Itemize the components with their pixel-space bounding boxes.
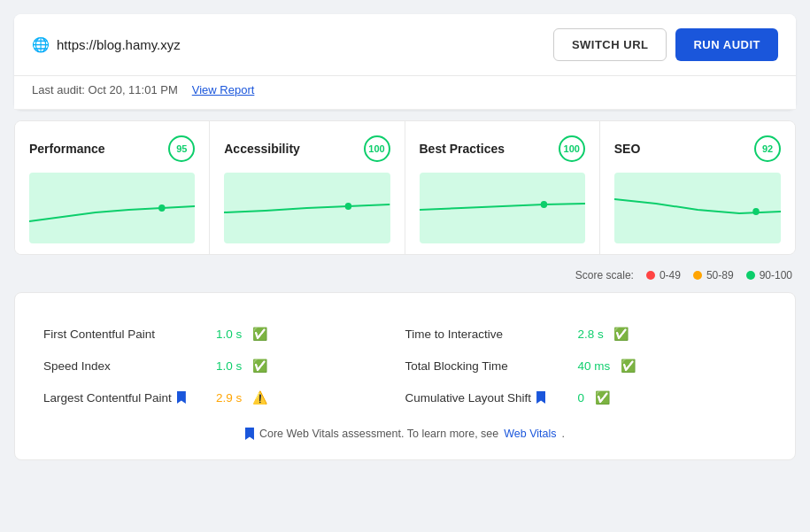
scale-range-orange: 50-89 [706,269,734,281]
score-label-best-practices: Best Practices [420,142,505,156]
scale-item-red: 0-49 [646,269,681,281]
dot-orange [693,271,702,280]
lcp-orange-icon: ⚠️ [252,390,267,405]
svg-point-0 [158,204,165,212]
scale-item-green: 90-100 [746,269,792,281]
scale-item-orange: 50-89 [693,269,734,281]
cwv-bookmark-icon [245,428,254,440]
score-scale: Score scale: 0-49 50-89 90-100 [14,266,796,289]
tti-check-icon: ✅ [613,327,629,341]
chart-performance [29,173,195,243]
score-badge-performance: 95 [168,135,195,162]
metric-si-name: Speed Index [43,359,216,373]
metric-tti: Time to Interactive 2.8 s ✅ [405,318,768,350]
score-badge-accessibility: 100 [364,135,390,162]
svg-point-2 [540,201,546,208]
metric-tbt-name: Total Blocking Time [405,359,578,373]
dot-green [746,271,755,280]
score-header-performance: Performance 95 [29,135,195,162]
url-section: 🌐 https://blog.hamy.xyz [32,36,181,53]
dot-red [646,271,655,280]
subheader: Last audit: Oct 20, 11:01 PM View Report [14,76,796,110]
svg-point-3 [752,208,760,215]
score-header-accessibility: Accessibility 100 [224,135,390,162]
metric-tti-name: Time to Interactive [405,328,578,341]
chart-accessibility [224,173,390,243]
switch-url-button[interactable]: SWITCH URL [553,28,667,61]
view-report-link[interactable]: View Report [192,83,255,96]
metric-cls-value: 0 ✅ [578,390,640,405]
si-check-icon: ✅ [252,359,267,373]
tbt-check-icon: ✅ [621,359,636,373]
metric-si: Speed Index 1.0 s ✅ [43,350,405,382]
web-vitals-link[interactable]: Web Vitals [504,428,556,440]
metric-cls: Cumulative Layout Shift 0 ✅ [405,382,768,413]
metric-fcp-value: 1.0 s ✅ [216,327,278,341]
metrics-right: Time to Interactive 2.8 s ✅ Total Blocki… [405,318,768,413]
metric-tbt: Total Blocking Time 40 ms ✅ [405,350,768,382]
header-buttons: SWITCH URL RUN AUDIT [553,28,778,61]
score-card-seo: SEO 92 [600,121,795,254]
globe-icon: 🌐 [32,36,50,53]
score-label-accessibility: Accessibility [224,142,300,156]
score-card-performance: Performance 95 [15,121,210,254]
metric-fcp: First Contentful Paint 1.0 s ✅ [43,318,405,350]
url-display: https://blog.hamy.xyz [57,37,181,52]
scores-grid: Performance 95 Accessibility 100 Best Pr… [14,120,796,255]
metrics-left: First Contentful Paint 1.0 s ✅ Speed Ind… [43,318,405,413]
scale-range-green: 90-100 [760,269,792,281]
svg-point-1 [345,203,351,210]
chart-seo [614,173,781,243]
header: 🌐 https://blog.hamy.xyz SWITCH URL RUN A… [14,14,796,76]
chart-best-practices [420,173,585,243]
metric-cls-name: Cumulative Layout Shift [405,391,578,405]
score-badge-seo: 92 [754,135,781,162]
fcp-check-icon: ✅ [252,327,267,341]
score-badge-best-practices: 100 [559,135,585,162]
cls-bookmark-icon [536,391,545,404]
metric-fcp-name: First Contentful Paint [43,328,216,341]
metric-si-value: 1.0 s ✅ [216,359,278,373]
cwv-note-text: Core Web Vitals assessment. To learn mor… [259,428,498,440]
metric-tbt-value: 40 ms ✅ [578,359,640,373]
scale-range-red: 0-49 [660,269,681,281]
metrics-grid: First Contentful Paint 1.0 s ✅ Speed Ind… [43,318,767,413]
score-label-performance: Performance [29,142,105,156]
run-audit-button[interactable]: RUN AUDIT [675,28,778,61]
score-scale-label: Score scale: [575,269,634,281]
metrics-card: First Contentful Paint 1.0 s ✅ Speed Ind… [14,292,796,460]
score-label-seo: SEO [614,142,641,156]
last-audit-text: Last audit: Oct 20, 11:01 PM [32,83,178,96]
lcp-bookmark-icon [177,391,186,404]
score-card-accessibility: Accessibility 100 [210,121,405,254]
score-card-best-practices: Best Practices 100 [405,121,600,254]
metric-lcp-value: 2.9 s ⚠️ [216,390,278,405]
metric-lcp-name: Largest Contentful Paint [43,391,216,405]
metric-tti-value: 2.8 s ✅ [578,327,640,341]
cls-check-icon: ✅ [595,390,610,405]
score-header-best-practices: Best Practices 100 [420,135,585,162]
metric-lcp: Largest Contentful Paint 2.9 s ⚠️ [43,382,405,413]
cwv-note-suffix: . [562,428,565,440]
score-header-seo: SEO 92 [614,135,781,162]
cwv-note: Core Web Vitals assessment. To learn mor… [43,428,767,440]
